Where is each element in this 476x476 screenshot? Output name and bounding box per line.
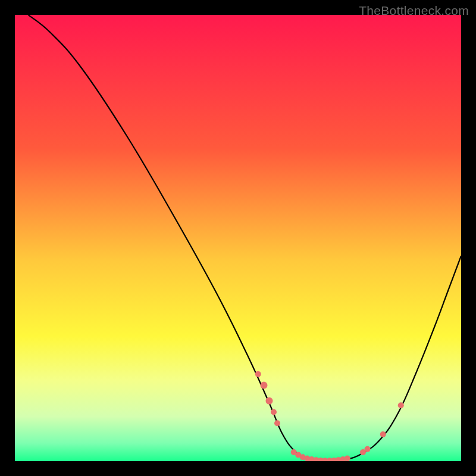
marker-dot	[271, 409, 277, 415]
watermark-text: TheBottleneck.com	[359, 4, 469, 18]
marker-dot	[261, 382, 268, 389]
marker-dot	[345, 456, 350, 462]
marker-dot	[255, 371, 261, 377]
marker-dot	[398, 402, 404, 408]
chart-plot-area	[15, 15, 461, 461]
marker-dots-group	[255, 371, 404, 461]
chart-curve-layer	[15, 15, 461, 461]
bottleneck-curve-path	[29, 15, 462, 461]
marker-dot	[274, 420, 280, 426]
marker-dot	[266, 397, 273, 405]
marker-dot	[365, 446, 371, 452]
marker-dot	[380, 431, 386, 437]
